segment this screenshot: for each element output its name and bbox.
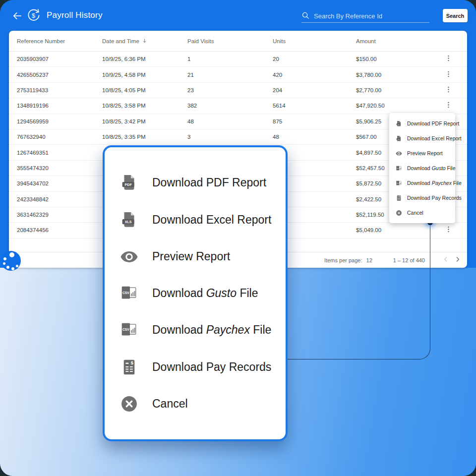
cell-date: 10/8/25, 3:35 PM [102, 134, 146, 140]
pay-records-icon [396, 195, 402, 201]
table-row: 2035903907 10/9/25, 6:36 PM 1 20 $150.00 [9, 52, 467, 67]
table-row: 1348919196 10/8/25, 3:58 PM 382 5614 $47… [9, 98, 467, 114]
cell-date: 10/9/25, 4:58 PM [102, 72, 146, 78]
menu-item-download-gusto-file[interactable]: Download Gusto File [389, 161, 455, 176]
cell-reference: 1348919196 [17, 103, 49, 109]
popup-item-preview-report[interactable]: Preview Report [105, 247, 286, 266]
popup-item-label: Download Paychex File [152, 323, 271, 337]
menu-item-download-pay-records[interactable]: Download Pay Records [389, 190, 455, 205]
menu-item-download-paychex-file[interactable]: Download Paychex File [389, 176, 455, 190]
payroll-history-screen: Payroll History Search Reference Number … [0, 0, 476, 476]
menu-item-label: Download Paychex File [407, 180, 462, 186]
xls-file-icon [396, 135, 402, 142]
page-title: Payroll History [47, 10, 103, 20]
cell-reference: 2084374456 [17, 227, 49, 233]
menu-item-label: Cancel [407, 210, 423, 216]
cell-visits: 21 [187, 72, 194, 78]
xls-file-icon [120, 211, 138, 229]
cell-units: 875 [273, 119, 282, 124]
menu-item-download-pdf-report[interactable]: Download PDF Report [389, 116, 455, 131]
cell-visits: 3 [187, 134, 190, 140]
menu-item-label: Download PDF Report [407, 120, 459, 126]
eye-icon [120, 247, 138, 266]
row-actions-kebab-icon[interactable] [442, 69, 454, 81]
cell-date: 10/8/25, 3:58 PM [102, 103, 146, 109]
decorative-dotted-circle [1, 251, 21, 271]
col-header-visits: Paid Visits [187, 38, 214, 44]
cell-amount: $52,457.50 [356, 165, 385, 171]
popup-item-cancel[interactable]: Cancel [105, 395, 286, 413]
table-row: 4265505237 10/9/25, 4:58 PM 21 420 $3,78… [9, 67, 467, 82]
search-icon [301, 11, 310, 20]
previous-page-chevron-icon[interactable] [440, 254, 452, 266]
cell-reference: 1267469351 [17, 150, 49, 156]
cell-amount: $2,770.00 [356, 87, 381, 93]
popup-item-download-paychex-file[interactable]: Download Paychex File [105, 321, 286, 339]
popup-item-label: Preview Report [152, 250, 230, 263]
popup-item-download-pay-records[interactable]: Download Pay Records [105, 358, 286, 376]
popup-item-label: Cancel [152, 397, 188, 411]
cell-amount: $150.00 [356, 56, 377, 62]
menu-item-label: Download Gusto File [407, 165, 455, 171]
back-arrow-icon[interactable] [12, 10, 23, 21]
cell-units: 20 [273, 56, 279, 62]
col-header-amount: Amount [356, 38, 376, 44]
cell-amount: $47,920.50 [356, 103, 385, 109]
cell-amount: $5,872.50 [356, 180, 381, 186]
sort-descending-icon [142, 38, 147, 44]
csv-file-icon [396, 165, 402, 172]
csv-file-icon [120, 284, 138, 302]
col-header-date[interactable]: Date and Time [102, 38, 147, 44]
cell-reference: 2035903907 [17, 56, 49, 62]
cell-visits: 382 [187, 103, 197, 109]
cell-visits: 1 [187, 56, 190, 62]
popup-item-download-gusto-file[interactable]: Download Gusto File [105, 284, 286, 302]
search-field[interactable] [301, 8, 429, 23]
cell-units: 204 [273, 87, 282, 93]
cell-reference: 3555474320 [17, 165, 49, 171]
cell-units: 420 [273, 72, 282, 78]
row-actions-kebab-icon[interactable] [442, 84, 454, 96]
popup-item-download-excel-report[interactable]: Download Excel Report [105, 211, 286, 229]
popup-item-label: Download Pay Records [152, 360, 271, 374]
menu-item-label: Preview Report [407, 150, 443, 156]
next-page-chevron-icon[interactable] [452, 254, 464, 266]
menu-item-label: Download Pay Records [407, 195, 462, 201]
cell-visits: 48 [187, 119, 194, 124]
cell-amount: $52,119.50 [356, 212, 384, 218]
csv-file-icon [396, 180, 402, 186]
col-header-date-label: Date and Time [102, 38, 139, 44]
cell-amount: $5,906.25 [356, 119, 381, 124]
row-actions-kebab-icon[interactable] [442, 100, 454, 112]
cell-amount: $2,422.50 [356, 196, 381, 202]
cell-date: 10/8/25, 3:42 PM [102, 119, 146, 124]
magnified-menu-callout: Download PDF Report Download Excel Repor… [103, 145, 288, 441]
cell-reference: 767632940 [17, 134, 46, 140]
popup-item-download-pdf-report[interactable]: Download PDF Report [105, 174, 286, 192]
cell-reference: 4265505237 [17, 72, 49, 78]
popup-item-label: Download PDF Report [152, 176, 266, 189]
menu-item-cancel[interactable]: Cancel [389, 205, 455, 220]
col-header-reference: Reference Number [17, 38, 65, 44]
popup-item-label: Download Gusto File [152, 287, 258, 300]
app-header: Payroll History Search [0, 0, 476, 31]
cell-units: 48 [273, 134, 279, 140]
row-actions-context-menu: Download PDF Report Download Excel Repor… [389, 113, 455, 223]
row-actions-kebab-icon[interactable] [442, 224, 454, 236]
callout-connector-line [288, 223, 430, 359]
cancel-icon [120, 395, 138, 413]
cell-amount: $3,780.00 [356, 72, 381, 78]
search-button[interactable]: Search [443, 9, 468, 22]
pdf-file-icon [120, 174, 138, 192]
menu-item-label: Download Excel Report [407, 135, 462, 141]
cell-date: 10/9/25, 6:36 PM [102, 56, 146, 62]
cell-amount: $4,897.50 [356, 150, 381, 156]
cell-reference: 3945434702 [17, 180, 49, 186]
cell-visits: 23 [187, 87, 194, 93]
eye-icon [396, 150, 402, 157]
menu-item-preview-report[interactable]: Preview Report [389, 146, 455, 161]
search-input[interactable] [314, 12, 429, 20]
table-header-row: Reference Number Date and Time Paid Visi… [9, 31, 467, 52]
row-actions-kebab-icon[interactable] [442, 53, 454, 65]
menu-item-download-excel-report[interactable]: Download Excel Report [389, 131, 455, 146]
